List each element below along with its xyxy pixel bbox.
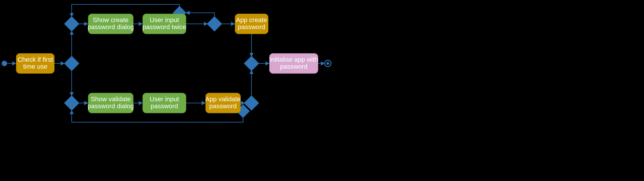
task-input-once-label-1: User input <box>150 95 179 103</box>
task-init-app-label-1: Initialise app with <box>269 56 318 63</box>
task-init-app-label-2: password <box>280 63 307 70</box>
task-show-validate-label-2: password dialog <box>88 102 134 110</box>
gateway-main-join <box>244 56 259 71</box>
task-init-app: Initialise app with password <box>269 54 318 73</box>
gateway-top-entry <box>64 17 79 31</box>
task-show-validate: Show validate password dialog <box>88 93 134 113</box>
task-app-validate-label-2: password <box>209 102 237 110</box>
end-event-inner <box>326 62 329 65</box>
task-show-create: Show create password dialog <box>88 14 134 34</box>
task-input-twice-label-2: password twice <box>142 23 186 31</box>
task-input-twice-label-1: User input <box>150 16 179 24</box>
task-check-first-label-2: time use <box>23 63 47 70</box>
task-input-twice: User input password twice <box>142 14 186 34</box>
gateway-main-split <box>64 56 79 71</box>
start-event <box>2 61 7 66</box>
task-show-create-label-2: password dialog <box>88 23 134 31</box>
gateway-bottom-entry <box>64 96 79 111</box>
flow-diagram: Check if first time use Show create pass… <box>0 0 460 129</box>
task-check-first: Check if first time use <box>16 54 54 73</box>
task-app-validate: App validate password <box>205 93 240 113</box>
gateway-top-mid <box>207 17 222 31</box>
task-input-once-label-2: password <box>151 102 178 110</box>
task-show-create-label-1: Show create <box>93 16 129 24</box>
task-app-create-label-1: App create <box>236 16 267 24</box>
task-check-first-label-1: Check if first <box>17 56 53 63</box>
flow-gt-to-loopnode-top <box>186 13 214 17</box>
task-app-validate-label-1: App validate <box>205 95 240 103</box>
task-show-validate-label-1: Show validate <box>91 95 131 103</box>
task-app-create-label-2: password <box>238 23 265 31</box>
task-app-create: App create password <box>235 14 268 34</box>
task-input-once: User input password <box>143 93 186 113</box>
